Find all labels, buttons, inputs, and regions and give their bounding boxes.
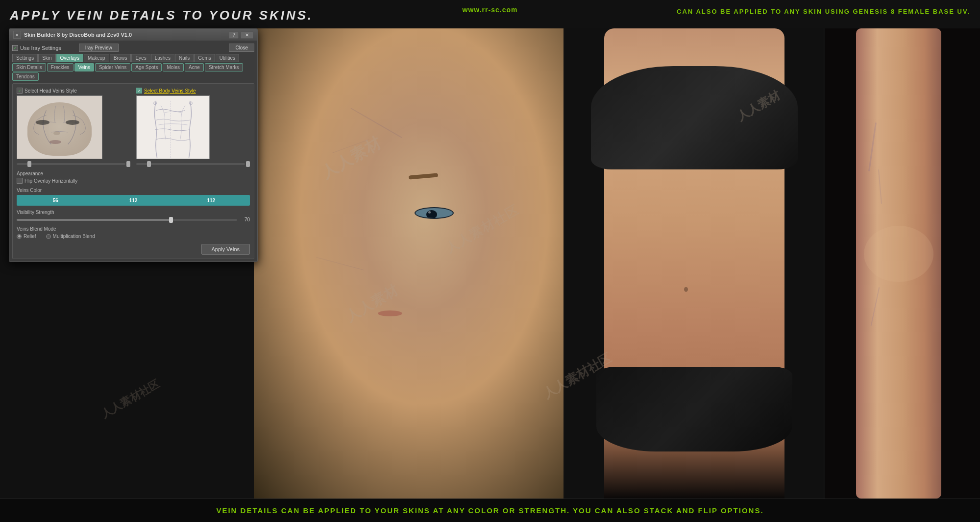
blend-multiply-option[interactable]: Multiplication Blend [46,234,95,239]
tab-utilities[interactable]: Utilities [216,54,239,62]
subtab-spider-veins[interactable]: Spider Veins [95,63,130,71]
visibility-section: Visibility Strength 70 [17,210,250,222]
bottom-bar: VEIN DETAILS CAN BE APPLIED TO YOUR SKIN… [0,498,980,522]
blend-multiply-label: Multiplication Blend [53,234,95,239]
tab-overlays[interactable]: Overlays [56,54,83,62]
body-vein-preview [136,95,210,159]
main-tab-bar: Settings Skin Overlays Makeup Brows Eyes… [12,54,254,62]
color-label: Veins Color [17,188,250,193]
subtab-moles[interactable]: Moles [163,63,184,71]
appearance-section: Appearance Flip Overlay Horizontally [17,171,250,184]
help-button[interactable]: ? [229,31,239,39]
subtab-acne[interactable]: Acne [185,63,204,71]
flip-overlay-checkbox[interactable] [17,178,23,184]
head-veins-checkbox[interactable]: ✓ [17,88,23,94]
leg-render-panel [825,28,980,498]
head-vein-slider[interactable] [27,161,31,167]
blend-label: Veins Blend Mode [17,226,250,232]
website-label: www.rr-sc.com [463,6,518,14]
blend-relief-option[interactable]: Relief [17,234,36,239]
head-vein-preview [17,95,102,159]
subtab-age-spots[interactable]: Age Spots [131,63,162,71]
close-dialog-button[interactable]: Close [229,44,254,52]
body-veins-label: Select Body Veins Style [144,88,196,94]
subtab-freckles[interactable]: Freckles [47,63,74,71]
dialog-window: ■ Skin Builder 8 by DiscoBob and Zev0 V1… [9,28,258,262]
use-iray-label: Use Iray Settings [20,45,61,51]
tab-makeup[interactable]: Makeup [84,54,109,62]
appearance-label: Appearance [17,171,250,176]
top-right-heading: CAN ALSO BE APPLIED TO ANY SKIN USING GE… [677,8,970,15]
bottom-text: VEIN DETAILS CAN BE APPLIED TO YOUR SKIN… [216,506,763,515]
head-veins-label: Select Head Veins Style [24,88,77,94]
sub-tab-bar: Skin Details Freckles Veins Spider Veins… [12,63,254,81]
body-veins-checkbox[interactable]: ✓ [136,88,142,94]
blend-relief-label: Relief [24,234,36,239]
color-b-value: 112 [207,198,215,203]
flip-overlay-label: Flip Overlay Horizontally [24,178,77,184]
tab-brows[interactable]: Brows [110,54,131,62]
dialog-titlebar: ■ Skin Builder 8 by DiscoBob and Zev0 V1… [9,29,257,41]
tab-gems[interactable]: Gems [194,54,215,62]
body-render-panel [565,28,824,498]
apply-veins-button[interactable]: Apply Veins [201,244,250,255]
veins-color-section: Veins Color 56 112 112 [17,188,250,206]
subtab-tendons[interactable]: Tendons [12,72,39,81]
tab-eyes[interactable]: Eyes [131,54,150,62]
color-r-value: 56 [53,198,58,203]
visibility-label: Visibility Strength [17,210,250,215]
color-g-value: 112 [129,198,138,203]
blend-mode-section: Veins Blend Mode Relief Multiplication B… [17,226,250,239]
face-render-panel [254,28,564,498]
iray-preview-button[interactable]: Iray Preview [79,44,119,52]
close-button[interactable]: ✕ [241,31,253,39]
use-iray-checkbox[interactable]: ✓ [12,45,18,51]
body-vein-slider[interactable] [147,161,151,167]
tab-settings[interactable]: Settings [12,54,38,62]
visibility-value: 70 [240,217,250,222]
subtab-veins[interactable]: Veins [74,63,94,71]
dialog-title: Skin Builder 8 by DiscoBob and Zev0 V1.0 [24,32,132,38]
top-left-heading: APPLY VEIN DETAILS TO YOUR SKINS. [10,8,313,23]
subtab-skin-details[interactable]: Skin Details [12,63,46,71]
visibility-slider[interactable] [169,217,173,223]
tab-lashes[interactable]: Lashes [151,54,174,62]
color-bar[interactable]: 56 112 112 [17,195,250,206]
subtab-stretch-marks[interactable]: Stretch Marks [205,63,243,71]
tab-nails[interactable]: Nails [175,54,194,62]
tab-skin[interactable]: Skin [38,54,55,62]
